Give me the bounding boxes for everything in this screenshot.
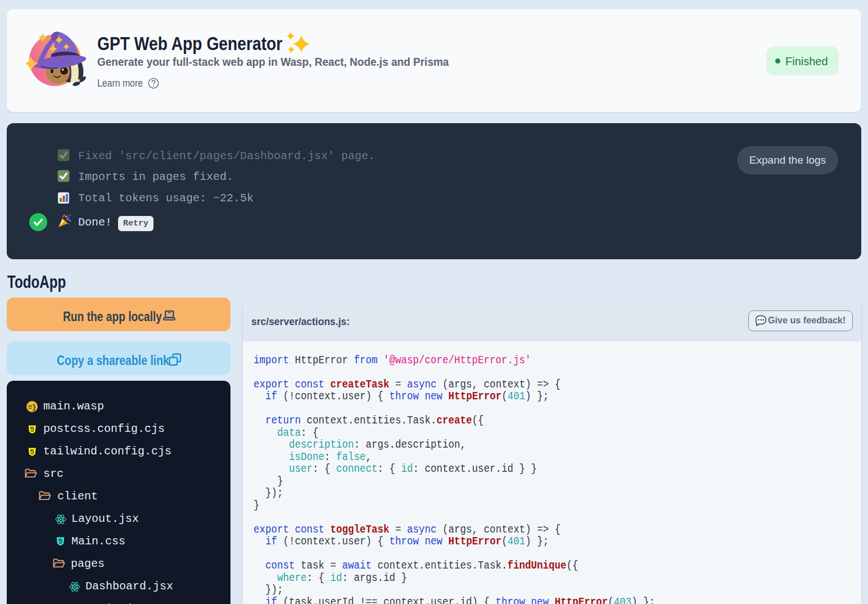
svg-text:=}: =} [28,404,36,412]
